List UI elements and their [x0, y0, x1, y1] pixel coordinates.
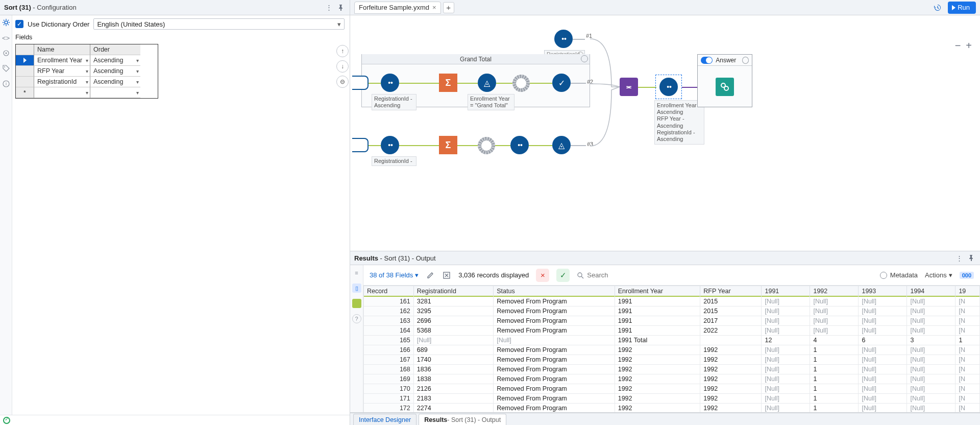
browse-node[interactable] — [716, 78, 734, 96]
summarize-node[interactable]: Σ — [439, 136, 457, 154]
pin-icon[interactable] — [336, 3, 346, 12]
new-order-cell[interactable]: ▾ — [90, 87, 140, 98]
column-header[interactable]: RegistrationId — [413, 286, 493, 297]
macro-node[interactable] — [478, 137, 495, 154]
search-input[interactable] — [587, 271, 669, 279]
new-name-cell[interactable]: ▾ — [34, 87, 90, 98]
name-cell[interactable]: RegistrationId▾ — [34, 77, 90, 87]
table-row[interactable]: 166689Removed From Program19921992[Null]… — [364, 345, 980, 355]
container-toggle[interactable] — [701, 57, 713, 64]
workflow-canvas[interactable]: − + #1 RegistrationId -Assistant Grand T… — [350, 15, 980, 251]
document-tab[interactable]: Forfeiture Sample.yxmd × — [354, 2, 441, 14]
summarize-node[interactable]: Σ — [439, 74, 457, 92]
more-icon[interactable]: ⋮ — [324, 3, 333, 12]
table-row[interactable]: 1712183Removed From Program19921992[Null… — [364, 394, 980, 404]
column-header[interactable]: Enrollment Year — [615, 286, 700, 297]
data-tab-icon[interactable]: ▯ — [352, 284, 361, 293]
column-header[interactable]: 19 — [955, 286, 980, 297]
zoom-in-button[interactable]: + — [966, 40, 972, 52]
table-row[interactable]: 1702126Removed From Program19921992[Null… — [364, 384, 980, 394]
formula-node[interactable] — [478, 74, 496, 92]
ok-filter-button[interactable]: ✓ — [556, 269, 570, 282]
messages-tab-icon[interactable]: ≡ — [352, 268, 361, 277]
cell-view-icon[interactable] — [442, 271, 451, 280]
status-ok-icon — [3, 417, 10, 424]
add-tab-button[interactable]: + — [443, 2, 454, 13]
config-panel: Sort (31) - Configuration ⋮ <> i ✓ Use D… — [0, 0, 350, 425]
macro-node[interactable] — [512, 75, 530, 92]
svg-point-9 — [578, 273, 582, 277]
container-title: Grand Total — [362, 54, 590, 64]
error-filter-button[interactable]: × — [536, 269, 549, 282]
name-cell[interactable]: RFP Year▾ — [34, 66, 90, 77]
chevron-down-icon: ▾ — [949, 271, 952, 279]
input-node[interactable] — [352, 76, 369, 90]
input-node[interactable] — [352, 138, 369, 152]
use-dict-order-checkbox[interactable]: ✓ — [15, 20, 23, 28]
results-title: Results - Sort (31) - Output — [354, 254, 436, 262]
svg-point-3 — [4, 66, 5, 67]
tool-node[interactable] — [554, 30, 573, 48]
target-icon[interactable] — [2, 49, 10, 57]
column-header[interactable]: 1991 — [762, 286, 810, 297]
tag-icon[interactable] — [2, 64, 10, 73]
gear-icon[interactable] — [2, 18, 10, 27]
move-up-button[interactable]: ↑ — [336, 45, 349, 57]
pin-icon[interactable] — [967, 253, 976, 263]
more-icon[interactable]: ⋮ — [954, 253, 964, 263]
formula-node[interactable] — [552, 136, 571, 154]
node-caption: RegistrationId - Ascending — [372, 94, 416, 110]
config-title: Sort (31) - Configuration — [4, 4, 77, 11]
help-icon[interactable]: ? — [352, 314, 361, 323]
remove-button[interactable]: ⊖ — [336, 76, 349, 88]
sort-node[interactable] — [381, 136, 399, 154]
table-row[interactable]: 1681836Removed From Program19921992[Null… — [364, 365, 980, 374]
column-header[interactable]: RFP Year — [700, 286, 762, 297]
edit-icon[interactable] — [426, 271, 435, 280]
close-tab-icon[interactable]: × — [432, 4, 436, 11]
table-row[interactable]: 1623295Removed From Program19912015[Null… — [364, 306, 980, 316]
actions-menu[interactable]: Actions ▾ — [925, 271, 952, 279]
tab-interface-designer[interactable]: Interface Designer — [353, 414, 416, 425]
col-header-name[interactable]: Name — [34, 44, 90, 55]
locale-select[interactable]: English (United States) — [93, 18, 345, 30]
column-header[interactable]: Status — [494, 286, 615, 297]
metadata-toggle[interactable]: Metadata — [880, 271, 918, 279]
info-icon[interactable]: i — [2, 80, 10, 88]
fields-label: Fields — [15, 34, 345, 41]
history-icon[interactable] — [933, 3, 943, 13]
column-header[interactable]: 1994 — [907, 286, 955, 297]
field-count-dropdown[interactable]: 38 of 38 Fields ▾ — [370, 271, 419, 279]
column-header[interactable]: 1992 — [810, 286, 859, 297]
table-row[interactable]: 1691838Removed From Program19921992[Null… — [364, 374, 980, 384]
order-cell[interactable]: Ascending▾ — [90, 77, 140, 87]
table-row[interactable]: 1722274Removed From Program19921992[Null… — [364, 404, 980, 413]
move-down-button[interactable]: ↓ — [336, 60, 349, 73]
order-cell[interactable]: Ascending▾ — [90, 66, 140, 77]
new-row-marker: * — [16, 87, 34, 98]
bottom-tab-bar: Interface Designer Results - Sort (31) -… — [350, 413, 980, 425]
run-button[interactable]: Run — [948, 2, 976, 14]
select-node[interactable]: ✓ — [552, 74, 571, 92]
column-header[interactable]: 1993 — [859, 286, 907, 297]
table-row[interactable]: 1671740Removed From Program19921992[Null… — [364, 355, 980, 365]
order-cell[interactable]: Ascending▾ — [90, 55, 140, 66]
zoom-out-button[interactable]: − — [955, 40, 961, 52]
tab-results[interactable]: Results - Sort (31) - Output — [419, 414, 506, 425]
name-cell[interactable]: Enrollment Year▾ — [34, 55, 90, 66]
results-table-scroll[interactable]: RecordRegistrationIdStatusEnrollment Yea… — [363, 286, 980, 412]
table-row[interactable]: 1632696Removed From Program19912017[Null… — [364, 316, 980, 326]
chevron-down-icon: ▾ — [415, 271, 419, 279]
cell-format-badge[interactable]: 000 — [960, 272, 974, 279]
output-tab-icon[interactable] — [352, 299, 361, 308]
column-header[interactable]: Record — [364, 286, 414, 297]
sort-node-selected[interactable] — [659, 78, 678, 96]
table-row[interactable]: 165[Null][Null]1991 Total124631 — [364, 336, 980, 345]
tool-node[interactable] — [510, 136, 529, 154]
col-header-order[interactable]: Order — [90, 44, 140, 55]
union-node[interactable]: ⫘ — [620, 78, 638, 96]
xml-icon[interactable]: <> — [2, 34, 10, 42]
table-row[interactable]: 1613281Removed From Program19912015[Null… — [364, 297, 980, 306]
table-row[interactable]: 1645368Removed From Program19912022[Null… — [364, 326, 980, 336]
sort-node[interactable] — [381, 74, 399, 92]
